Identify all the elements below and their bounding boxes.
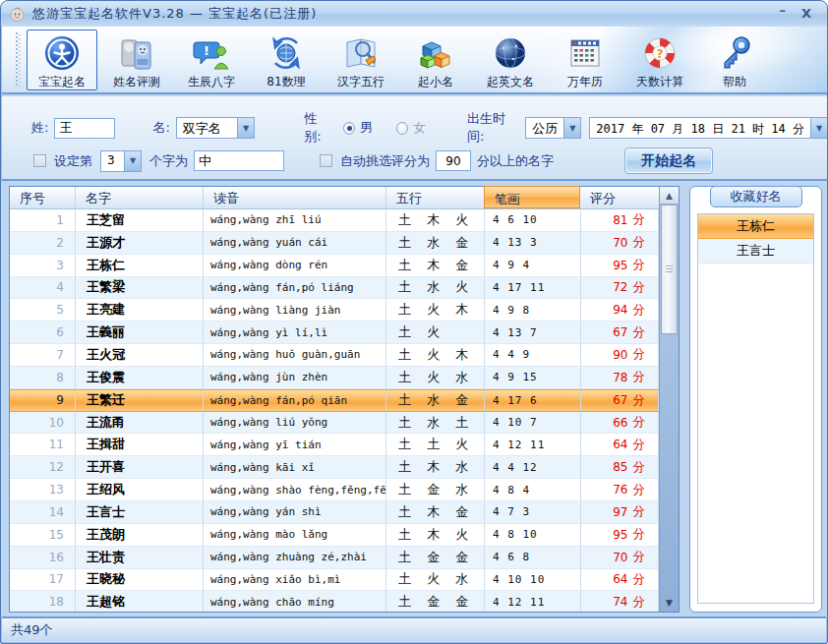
- table-cell: 王开喜: [76, 456, 204, 479]
- table-cell: wáng,wàng yuán cái: [204, 232, 386, 255]
- table-cell: wáng,wàng zhuàng zé,zhài: [204, 547, 386, 569]
- score-cell: 70分: [581, 547, 659, 569]
- column-header-1[interactable]: 序号: [10, 187, 76, 208]
- scroll-down-icon[interactable]: ▼: [660, 598, 679, 608]
- english-name-icon: [492, 34, 529, 72]
- table-row[interactable]: 10王流甬wáng,wàng liú yǒng土 水 土4 10 766分: [10, 412, 659, 435]
- table-cell: wáng,wàng mào lǎng: [204, 524, 386, 547]
- table-cell: 王繁迁: [76, 390, 204, 411]
- table-cell: 土 水 金: [386, 232, 485, 255]
- table-row[interactable]: 18王超铭wáng,wàng chāo míng土 金 金4 12 1174分: [10, 591, 659, 612]
- chevron-down-icon[interactable]: ▼: [237, 118, 254, 138]
- toolbar-item-4[interactable]: 81数理: [251, 29, 322, 90]
- start-naming-button[interactable]: 开始起名: [624, 147, 713, 174]
- set-char-checkbox[interactable]: [33, 154, 46, 167]
- toolbar-item-label: 81数理: [266, 74, 305, 90]
- toolbar-item-1[interactable]: 宝宝起名: [27, 29, 97, 90]
- scrollbar-thumb[interactable]: [661, 205, 678, 334]
- toolbar-item-5[interactable]: 汉字五行: [325, 29, 396, 90]
- given-type-dropdown[interactable]: 双字名 ▼: [176, 117, 255, 139]
- table-row[interactable]: 3王栋仁wáng,wàng dòng rén土 木 金4 9 495分: [10, 255, 659, 277]
- table-row[interactable]: 4王繁梁wáng,wàng fán,pó liáng土 水 火4 17 1172…: [10, 277, 659, 300]
- toolbar-item-2[interactable]: 姓名评测: [101, 29, 172, 90]
- toolbar-item-9[interactable]: ?天数计算: [624, 29, 695, 90]
- table-cell: 10: [10, 412, 76, 435]
- minimize-button[interactable]: –: [779, 6, 786, 16]
- table-row[interactable]: 15王茂朗wáng,wàng mào lǎng土 木 火4 8 1095分: [10, 524, 659, 547]
- char-position-dropdown[interactable]: 3 ▼: [100, 150, 142, 172]
- table-row[interactable]: 7王火冠wáng,wàng huǒ guàn,guān土 火 木4 4 990分: [10, 344, 659, 367]
- table-cell: wáng,wàng shào fèng,fěng,fēng: [204, 479, 386, 501]
- toolbar-item-label: 汉字五行: [337, 74, 384, 90]
- table-cell: 土 火 木: [386, 299, 485, 322]
- table-row[interactable]: 16王壮责wáng,wàng zhuàng zé,zhài土 金 金4 6 87…: [10, 547, 659, 569]
- chevron-down-icon[interactable]: ▼: [563, 118, 580, 138]
- fixed-char-input[interactable]: [194, 150, 284, 171]
- table-cell: wáng,wàng fán,pó liáng: [204, 277, 386, 300]
- min-score-input[interactable]: [436, 150, 471, 171]
- table-cell: 王亮建: [76, 299, 204, 322]
- table-cell: wáng,wàng xiǎo bì,mì: [204, 569, 386, 592]
- table-row[interactable]: 11王揖甜wáng,wàng yī tián土 土 火4 12 1164分: [10, 434, 659, 456]
- table-cell: wáng,wàng chāo míng: [204, 591, 386, 612]
- birth-date-picker[interactable]: 2017 年 07 月 18 日 21 时 14 分 ▼: [589, 117, 828, 139]
- toolbar-item-10[interactable]: 帮助: [699, 29, 770, 90]
- table-cell: 4 17 6: [485, 390, 581, 411]
- toolbar-item-8[interactable]: 万年历: [550, 29, 621, 90]
- score-cell: 81分: [581, 209, 659, 232]
- table-cell: wáng,wàng jùn zhèn: [204, 367, 386, 389]
- column-header-3[interactable]: 读音: [204, 187, 386, 208]
- vertical-scrollbar[interactable]: ▲ ▼: [659, 187, 679, 612]
- table-row[interactable]: 13王绍风wáng,wàng shào fèng,fěng,fēng土 金 水4…: [10, 479, 659, 501]
- chevron-down-icon[interactable]: ▼: [810, 118, 827, 138]
- table-cell: 王火冠: [76, 344, 204, 367]
- male-radio[interactable]: [343, 122, 355, 135]
- table-cell: 王流甬: [76, 412, 204, 435]
- score-cell: 95分: [581, 524, 659, 547]
- chevron-down-icon[interactable]: ▼: [124, 151, 141, 171]
- score-cell: 78分: [581, 367, 659, 389]
- table-row[interactable]: 9王繁迁wáng,wàng fán,pó qiān土 水 金4 17 667分: [10, 389, 659, 412]
- table-row[interactable]: 12王开喜wáng,wàng kāi xǐ土 木 水4 4 1285分: [10, 456, 659, 479]
- calendar-type-dropdown[interactable]: 公历 ▼: [525, 117, 581, 139]
- favorite-name-item[interactable]: 王言士: [698, 239, 813, 263]
- table-cell: 2: [10, 232, 76, 255]
- column-header-2[interactable]: 名字: [76, 187, 204, 208]
- table-row[interactable]: 1王芝留wáng,wàng zhī liú土 木 火4 6 1081分: [10, 209, 659, 232]
- female-radio[interactable]: [396, 122, 408, 135]
- table-row[interactable]: 2王源才wáng,wàng yuán cái土 水 金4 13 370分: [10, 232, 659, 255]
- table-cell: 王茂朗: [76, 524, 204, 547]
- table-row[interactable]: 14王言士wáng,wàng yán shì土 木 金4 7 397分: [10, 501, 659, 524]
- favorites-list: 王栋仁王言士: [697, 213, 814, 604]
- column-header-5[interactable]: 笔画: [484, 186, 580, 208]
- table-cell: wáng,wàng yán shì: [204, 501, 386, 524]
- score-cell: 67分: [581, 322, 659, 344]
- table-cell: wáng,wàng liú yǒng: [204, 412, 386, 435]
- table-cell: 4 17 11: [485, 277, 581, 300]
- table-cell: 14: [10, 501, 76, 524]
- favorite-name-item[interactable]: 王栋仁: [698, 214, 813, 239]
- table-row[interactable]: 8王俊震wáng,wàng jùn zhèn土 火 水4 9 1578分: [10, 367, 659, 389]
- app-window: 悠游宝宝起名软件V3.28 — 宝宝起名(已注册) – X 宝宝起名姓名评测!生…: [0, 0, 828, 644]
- table-cell: 4 4 9: [485, 344, 581, 367]
- table-cell: 5: [10, 299, 76, 322]
- toolbar-item-6[interactable]: 起小名: [400, 29, 471, 90]
- table-row[interactable]: 17王晓秘wáng,wàng xiǎo bì,mì土 火 水4 10 1064分: [10, 569, 659, 592]
- toolbar-grip[interactable]: [16, 32, 21, 88]
- calendar-icon: [566, 34, 604, 72]
- toolbar-item-3[interactable]: !生辰八字: [176, 29, 247, 90]
- toolbar-item-7[interactable]: 起英文名: [475, 29, 546, 90]
- table-row[interactable]: 6王義丽wáng,wàng yì lí,lì土 火4 13 767分: [10, 322, 659, 344]
- scroll-up-icon[interactable]: ▲: [660, 187, 679, 205]
- table-cell: 土 火 木: [386, 344, 485, 367]
- close-button[interactable]: X: [801, 9, 811, 19]
- gender-label: 性别:: [304, 110, 331, 146]
- table-cell: 18: [10, 591, 76, 612]
- auto-pick-checkbox[interactable]: [320, 154, 332, 167]
- column-header-4[interactable]: 五行: [386, 187, 485, 208]
- table-row[interactable]: 5王亮建wáng,wàng liàng jiàn土 火 木4 9 894分: [10, 299, 659, 322]
- table-cell: 4 13 3: [485, 232, 581, 255]
- surname-input[interactable]: [54, 118, 115, 139]
- toolbar-item-label: 起小名: [418, 74, 453, 90]
- table-cell: 土 金 水: [386, 479, 485, 501]
